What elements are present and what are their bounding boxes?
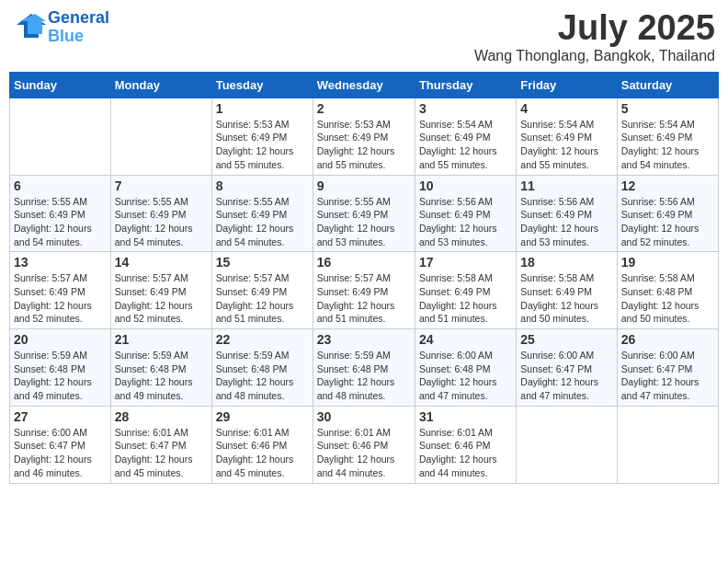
calendar-cell: 18Sunrise: 5:58 AMSunset: 6:49 PMDayligh… <box>517 252 617 329</box>
cell-info: Sunrise: 6:01 AMSunset: 6:46 PMDaylight:… <box>419 426 512 480</box>
calendar-cell: 1Sunrise: 5:53 AMSunset: 6:49 PMDaylight… <box>211 98 313 175</box>
calendar-cell: 23Sunrise: 5:59 AMSunset: 6:48 PMDayligh… <box>313 329 415 407</box>
cell-info: Sunrise: 5:58 AMSunset: 6:48 PMDaylight:… <box>621 271 714 326</box>
calendar-cell: 26Sunrise: 6:00 AMSunset: 6:47 PMDayligh… <box>617 329 718 407</box>
logo-text: GeneralBlue <box>48 9 109 46</box>
cell-date: 16 <box>317 255 411 270</box>
cell-info: Sunrise: 5:55 AMSunset: 6:49 PMDaylight:… <box>317 195 411 249</box>
cell-info: Sunrise: 5:59 AMSunset: 6:48 PMDaylight:… <box>115 349 208 403</box>
calendar-cell: 13Sunrise: 5:57 AMSunset: 6:49 PMDayligh… <box>10 252 111 329</box>
cell-date: 27 <box>14 409 107 424</box>
day-header-row: SundayMondayTuesdayWednesdayThursdayFrid… <box>10 72 719 98</box>
cell-info: Sunrise: 5:57 AMSunset: 6:49 PMDaylight:… <box>14 271 107 326</box>
week-row-2: 6Sunrise: 5:55 AMSunset: 6:49 PMDaylight… <box>10 175 719 252</box>
cell-info: Sunrise: 5:56 AMSunset: 6:49 PMDaylight:… <box>621 195 714 249</box>
week-row-5: 27Sunrise: 6:00 AMSunset: 6:47 PMDayligh… <box>10 406 719 483</box>
calendar-cell: 9Sunrise: 5:55 AMSunset: 6:49 PMDaylight… <box>313 175 415 252</box>
title-block: July 2025 Wang Thonglang, Bangkok, Thail… <box>474 9 715 64</box>
cell-info: Sunrise: 5:57 AMSunset: 6:49 PMDaylight:… <box>317 271 411 326</box>
cell-date: 1 <box>216 101 309 116</box>
cell-date: 12 <box>621 178 714 193</box>
cell-date: 29 <box>216 409 309 424</box>
cell-info: Sunrise: 5:57 AMSunset: 6:49 PMDaylight:… <box>115 271 208 326</box>
calendar-cell: 21Sunrise: 5:59 AMSunset: 6:48 PMDayligh… <box>110 329 211 407</box>
calendar-cell: 30Sunrise: 6:01 AMSunset: 6:46 PMDayligh… <box>313 406 415 483</box>
calendar-cell: 16Sunrise: 5:57 AMSunset: 6:49 PMDayligh… <box>313 252 415 329</box>
cell-date: 31 <box>419 409 512 424</box>
cell-date: 19 <box>621 255 714 270</box>
cell-info: Sunrise: 6:00 AMSunset: 6:47 PMDaylight:… <box>14 426 107 480</box>
calendar-cell <box>517 406 617 483</box>
cell-info: Sunrise: 5:53 AMSunset: 6:49 PMDaylight:… <box>317 118 411 172</box>
calendar-cell: 28Sunrise: 6:01 AMSunset: 6:47 PMDayligh… <box>110 406 211 483</box>
cell-date: 25 <box>520 332 612 347</box>
week-row-1: 1Sunrise: 5:53 AMSunset: 6:49 PMDaylight… <box>10 98 719 175</box>
page-header: GeneralBlue July 2025 Wang Thonglang, Ba… <box>9 9 719 64</box>
calendar-cell: 3Sunrise: 5:54 AMSunset: 6:49 PMDaylight… <box>415 98 516 175</box>
calendar-cell: 5Sunrise: 5:54 AMSunset: 6:49 PMDaylight… <box>617 98 718 175</box>
cell-date: 23 <box>317 332 411 347</box>
cell-info: Sunrise: 5:55 AMSunset: 6:49 PMDaylight:… <box>14 195 107 249</box>
cell-date: 24 <box>419 332 512 347</box>
week-row-4: 20Sunrise: 5:59 AMSunset: 6:48 PMDayligh… <box>10 329 719 407</box>
cell-date: 10 <box>419 178 512 193</box>
cell-info: Sunrise: 5:59 AMSunset: 6:48 PMDaylight:… <box>14 349 107 403</box>
calendar-table: SundayMondayTuesdayWednesdayThursdayFrid… <box>9 72 719 484</box>
cell-date: 3 <box>419 101 512 116</box>
cell-date: 26 <box>621 332 714 347</box>
day-header-wednesday: Wednesday <box>313 72 415 98</box>
calendar-cell: 14Sunrise: 5:57 AMSunset: 6:49 PMDayligh… <box>110 252 211 329</box>
cell-info: Sunrise: 5:58 AMSunset: 6:49 PMDaylight:… <box>419 271 512 326</box>
cell-date: 7 <box>115 178 208 193</box>
cell-date: 17 <box>419 255 512 270</box>
cell-info: Sunrise: 6:00 AMSunset: 6:48 PMDaylight:… <box>419 349 512 403</box>
cell-date: 11 <box>520 178 612 193</box>
cell-date: 20 <box>14 332 107 347</box>
week-row-3: 13Sunrise: 5:57 AMSunset: 6:49 PMDayligh… <box>10 252 719 329</box>
calendar-cell: 2Sunrise: 5:53 AMSunset: 6:49 PMDaylight… <box>313 98 415 175</box>
calendar-cell: 6Sunrise: 5:55 AMSunset: 6:49 PMDaylight… <box>10 175 111 252</box>
cell-info: Sunrise: 5:57 AMSunset: 6:49 PMDaylight:… <box>216 271 309 326</box>
month-title: July 2025 <box>474 9 715 48</box>
day-header-sunday: Sunday <box>10 72 111 98</box>
cell-info: Sunrise: 5:59 AMSunset: 6:48 PMDaylight:… <box>317 349 411 403</box>
day-header-tuesday: Tuesday <box>211 72 313 98</box>
cell-info: Sunrise: 6:01 AMSunset: 6:46 PMDaylight:… <box>216 426 309 480</box>
cell-date: 15 <box>216 255 309 270</box>
calendar-cell: 8Sunrise: 5:55 AMSunset: 6:49 PMDaylight… <box>211 175 313 252</box>
calendar-cell: 17Sunrise: 5:58 AMSunset: 6:49 PMDayligh… <box>415 252 516 329</box>
day-header-saturday: Saturday <box>617 72 718 98</box>
calendar-cell: 25Sunrise: 6:00 AMSunset: 6:47 PMDayligh… <box>517 329 617 407</box>
cell-info: Sunrise: 5:55 AMSunset: 6:49 PMDaylight:… <box>115 195 208 249</box>
calendar-cell: 12Sunrise: 5:56 AMSunset: 6:49 PMDayligh… <box>617 175 718 252</box>
cell-info: Sunrise: 5:58 AMSunset: 6:49 PMDaylight:… <box>520 271 612 326</box>
cell-info: Sunrise: 6:00 AMSunset: 6:47 PMDaylight:… <box>621 349 714 403</box>
cell-info: Sunrise: 5:59 AMSunset: 6:48 PMDaylight:… <box>216 349 309 403</box>
cell-date: 8 <box>216 178 309 193</box>
logo-icon <box>13 12 46 40</box>
calendar-cell: 22Sunrise: 5:59 AMSunset: 6:48 PMDayligh… <box>211 329 313 407</box>
cell-info: Sunrise: 6:01 AMSunset: 6:46 PMDaylight:… <box>317 426 411 480</box>
logo: GeneralBlue <box>13 9 109 46</box>
cell-info: Sunrise: 6:01 AMSunset: 6:47 PMDaylight:… <box>115 426 208 480</box>
calendar-cell: 27Sunrise: 6:00 AMSunset: 6:47 PMDayligh… <box>10 406 111 483</box>
cell-date: 30 <box>317 409 411 424</box>
cell-date: 4 <box>520 101 612 116</box>
calendar-cell: 31Sunrise: 6:01 AMSunset: 6:46 PMDayligh… <box>415 406 516 483</box>
cell-info: Sunrise: 5:54 AMSunset: 6:49 PMDaylight:… <box>621 118 714 172</box>
calendar-cell: 10Sunrise: 5:56 AMSunset: 6:49 PMDayligh… <box>415 175 516 252</box>
cell-info: Sunrise: 5:56 AMSunset: 6:49 PMDaylight:… <box>520 195 612 249</box>
calendar-cell: 7Sunrise: 5:55 AMSunset: 6:49 PMDaylight… <box>110 175 211 252</box>
calendar-cell: 15Sunrise: 5:57 AMSunset: 6:49 PMDayligh… <box>211 252 313 329</box>
cell-date: 13 <box>14 255 107 270</box>
cell-info: Sunrise: 5:55 AMSunset: 6:49 PMDaylight:… <box>216 195 309 249</box>
cell-date: 22 <box>216 332 309 347</box>
cell-info: Sunrise: 5:53 AMSunset: 6:49 PMDaylight:… <box>216 118 309 172</box>
cell-info: Sunrise: 5:54 AMSunset: 6:49 PMDaylight:… <box>419 118 512 172</box>
calendar-cell <box>617 406 718 483</box>
cell-date: 9 <box>317 178 411 193</box>
calendar-cell <box>110 98 211 175</box>
cell-info: Sunrise: 5:54 AMSunset: 6:49 PMDaylight:… <box>520 118 612 172</box>
calendar-cell <box>10 98 111 175</box>
calendar-cell: 11Sunrise: 5:56 AMSunset: 6:49 PMDayligh… <box>517 175 617 252</box>
